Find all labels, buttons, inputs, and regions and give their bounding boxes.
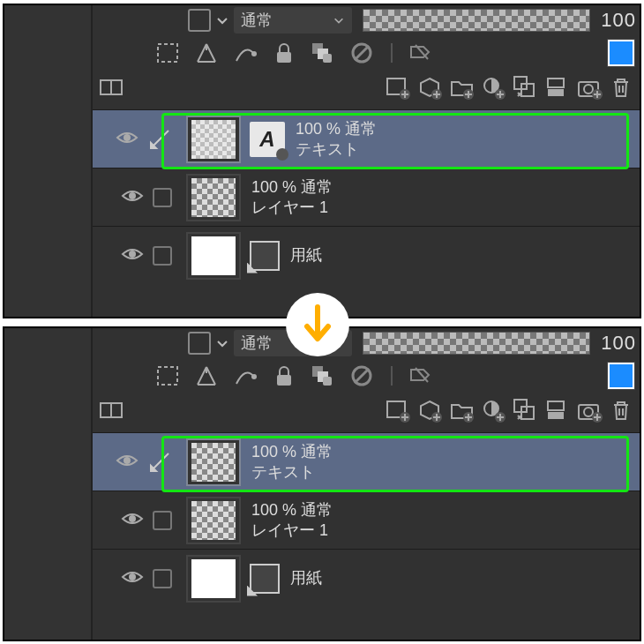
layer-thumbnail[interactable] <box>186 497 241 544</box>
palette-color-box[interactable] <box>188 9 211 32</box>
new-camera-icon[interactable] <box>576 397 603 423</box>
lock-icon[interactable] <box>271 40 297 66</box>
effect-disable-icon[interactable] <box>408 363 435 389</box>
layer-name: テキスト <box>296 139 377 160</box>
trash-icon[interactable] <box>608 397 634 423</box>
layer-thumbnail[interactable] <box>186 174 241 221</box>
blend-mode-dropdown[interactable]: 通常 <box>234 7 352 34</box>
svg-rect-49 <box>548 412 564 419</box>
eye-icon[interactable] <box>121 245 144 266</box>
svg-point-25 <box>124 134 131 141</box>
svg-rect-2 <box>277 52 291 63</box>
paper-layer-icon <box>250 241 280 271</box>
lock-transparency-icon[interactable] <box>310 40 336 66</box>
new-folder-icon[interactable] <box>449 397 476 423</box>
layer-name: テキスト <box>251 462 333 483</box>
chevron-down-icon[interactable] <box>213 9 232 32</box>
layer-checkbox[interactable] <box>153 569 172 588</box>
layer-info: 100 % 通常 <box>251 177 333 198</box>
curve-edit-icon[interactable] <box>232 363 258 389</box>
perspective-ruler-icon[interactable] <box>193 363 220 389</box>
lock-transparency-icon[interactable] <box>310 363 336 389</box>
layer-row[interactable]: A 100 % 通常 テキスト <box>93 109 640 168</box>
new-camera-icon[interactable] <box>576 74 603 101</box>
layer-color-indicator[interactable] <box>608 40 634 66</box>
panel-split-icon[interactable] <box>98 74 124 101</box>
merge-layer-icon[interactable] <box>544 74 571 101</box>
new-layer-icon[interactable] <box>386 74 412 101</box>
svg-rect-0 <box>158 44 177 62</box>
perspective-ruler-icon[interactable] <box>193 40 220 66</box>
layer-thumbnail[interactable] <box>186 116 241 163</box>
merge-layer-icon[interactable] <box>544 397 571 423</box>
svg-rect-28 <box>158 367 177 385</box>
new-3d-layer-icon[interactable] <box>417 74 444 101</box>
layer-info: 100 % 通常 <box>296 119 377 139</box>
opacity-value[interactable]: 100 <box>595 9 640 32</box>
svg-rect-20 <box>548 79 564 87</box>
panel-split-icon[interactable] <box>98 397 124 423</box>
layer-checkbox[interactable] <box>153 188 172 207</box>
layer-panel-main: 通常 100 <box>93 5 640 317</box>
svg-point-23 <box>584 85 593 94</box>
trash-icon[interactable] <box>608 74 634 101</box>
layer-checkbox[interactable] <box>153 511 172 530</box>
layer-tool-row-1 <box>93 358 640 393</box>
opacity-value[interactable]: 100 <box>595 332 640 355</box>
chevron-down-icon[interactable] <box>213 332 232 355</box>
transfer-layer-icon[interactable] <box>513 74 539 101</box>
select-dashed-icon[interactable] <box>154 363 181 389</box>
lock-icon[interactable] <box>271 363 297 389</box>
layer-thumbnail[interactable] <box>186 555 241 603</box>
transfer-layer-icon[interactable] <box>513 397 539 423</box>
layer-name: レイヤー 1 <box>251 520 333 541</box>
layer-name: 用紙 <box>290 245 322 266</box>
layer-tool-row-1 <box>93 35 640 71</box>
edit-indicator-icon <box>147 450 172 475</box>
new-adjustment-icon[interactable] <box>481 74 507 101</box>
layer-list: 100 % 通常 テキスト 100 % 通常 レイヤー 1 <box>93 432 640 640</box>
svg-rect-33 <box>323 377 332 386</box>
color-disable-icon[interactable] <box>348 40 375 66</box>
select-dashed-icon[interactable] <box>154 40 181 66</box>
eye-icon[interactable] <box>121 568 144 589</box>
effect-disable-icon[interactable] <box>408 40 435 66</box>
layer-row[interactable]: 用紙 <box>93 549 640 607</box>
opacity-slider[interactable] <box>363 9 590 32</box>
layer-row[interactable]: 100 % 通常 レイヤー 1 <box>93 168 640 226</box>
new-3d-layer-icon[interactable] <box>417 397 444 423</box>
eye-icon[interactable] <box>121 187 144 208</box>
layer-thumbnail[interactable] <box>186 438 241 486</box>
curve-edit-icon[interactable] <box>232 40 258 66</box>
eye-icon[interactable] <box>116 452 139 473</box>
layer-panel-after: 通常 100 <box>3 326 641 641</box>
palette-color-box[interactable] <box>188 332 211 355</box>
color-disable-icon[interactable] <box>348 363 375 389</box>
layer-row[interactable]: 用紙 <box>93 226 640 284</box>
panel-left-gutter <box>4 5 93 317</box>
opacity-slider[interactable] <box>363 332 590 355</box>
layer-row[interactable]: 100 % 通常 テキスト <box>93 432 640 490</box>
layer-list: A 100 % 通常 テキスト 100 % 通常 レイヤー 1 <box>93 109 640 317</box>
text-layer-icon: A <box>250 122 285 157</box>
eye-icon[interactable] <box>121 510 144 531</box>
new-layer-icon[interactable] <box>386 397 412 423</box>
svg-point-1 <box>251 51 257 56</box>
new-folder-icon[interactable] <box>449 74 476 101</box>
blend-mode-label: 通常 <box>241 333 273 354</box>
svg-point-54 <box>129 515 136 522</box>
svg-line-35 <box>355 369 369 383</box>
layer-name: 用紙 <box>290 568 322 588</box>
layer-info: 100 % 通常 <box>251 442 333 462</box>
paper-layer-icon <box>250 564 280 594</box>
panel-left-gutter <box>4 328 93 640</box>
layer-control-row: 通常 100 <box>93 5 640 35</box>
layer-checkbox[interactable] <box>153 246 172 266</box>
new-adjustment-icon[interactable] <box>481 397 507 423</box>
layer-thumbnail[interactable] <box>186 232 241 280</box>
layer-tool-row-2 <box>93 71 640 104</box>
eye-icon[interactable] <box>116 129 139 150</box>
svg-point-27 <box>129 251 136 258</box>
layer-row[interactable]: 100 % 通常 レイヤー 1 <box>93 490 640 549</box>
layer-color-indicator[interactable] <box>608 363 634 389</box>
